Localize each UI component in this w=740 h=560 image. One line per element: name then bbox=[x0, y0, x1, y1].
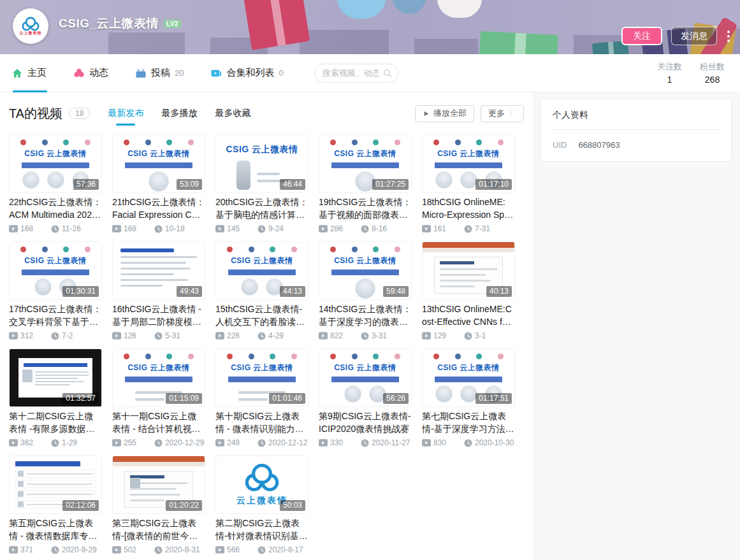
video-title[interactable]: 18thCSIG OnlineME: Micro-Expression Spot… bbox=[422, 196, 515, 221]
sort-tab-latest[interactable]: 最新发布 bbox=[108, 105, 143, 122]
video-thumbnail[interactable]: CSIG 云上微表情 46:44 bbox=[215, 134, 308, 193]
follow-button[interactable]: 关注 bbox=[621, 27, 662, 45]
video-thumbnail[interactable]: CSIG 云上微表情 53:09 bbox=[112, 134, 205, 193]
tab-feed-label: 动态 bbox=[89, 67, 108, 79]
video-thumbnail[interactable]: CSIG 云上微表情 56:26 bbox=[319, 348, 412, 407]
video-title[interactable]: 第十一期CSIG云上微表情 - 结合计算机视觉的微表情检测与 bbox=[112, 410, 205, 435]
video-thumbnail[interactable]: 40:13 bbox=[422, 241, 515, 300]
video-title[interactable]: 第9期CSIG云上微表情-ICIP2020微表情挑战赛 bbox=[319, 410, 412, 435]
video-card[interactable]: 01:20:22 第三期CSIG云上微表情-[微表情的前世今生——精细程度的 5… bbox=[112, 456, 205, 555]
video-date: 3-31 bbox=[372, 331, 387, 340]
video-title[interactable]: 17thCSIG云上微表情：交叉学科背景下基于人工智能的微 bbox=[9, 303, 102, 328]
play-count-icon bbox=[215, 332, 224, 340]
sort-tab-most-favorited[interactable]: 最多收藏 bbox=[215, 105, 250, 122]
video-thumbnail[interactable]: CSIG 云上微表情 57:36 bbox=[9, 134, 102, 193]
video-card[interactable]: 02:12:06 第五期CSIG云上微表情 - 微表情数据库专题讲座 371 2… bbox=[9, 456, 102, 555]
video-thumbnail[interactable]: CSIG 云上微表情 01:15:09 bbox=[112, 348, 205, 407]
play-all-button[interactable]: 播放全部 bbox=[415, 105, 474, 122]
videos-count-badge: 18 bbox=[69, 108, 90, 119]
video-title[interactable]: 15thCSIG云上微表情-人机交互下的看脸读心：从宏表情到 bbox=[215, 303, 308, 328]
video-thumbnail[interactable]: CSIG 云上微表情 44:13 bbox=[215, 241, 308, 300]
video-thumbnail[interactable]: CSIG 云上微表情 01:01:46 bbox=[215, 348, 308, 407]
followers-label: 粉丝数 bbox=[700, 61, 725, 73]
video-thumbnail[interactable]: CSIG 云上微表情 01:30:31 bbox=[9, 241, 102, 300]
more-menu-icon[interactable] bbox=[726, 28, 731, 45]
clock-icon bbox=[258, 225, 266, 233]
video-card[interactable]: 云上微表情 50:03 第二期CSIG云上微表情-针对微表情识别基于峰值帧网络的… bbox=[215, 456, 308, 555]
video-date: 2020-9-29 bbox=[62, 545, 97, 554]
video-title[interactable]: 14thCSIG云上微表情：基于深度学习的微表情自动识别 bbox=[319, 303, 412, 328]
video-card[interactable]: CSIG 云上微表情 57:36 22thCSIG云上微表情：ACM Multi… bbox=[9, 134, 102, 234]
video-thumbnail[interactable]: 云上微表情 50:03 bbox=[215, 456, 308, 514]
video-thumbnail[interactable]: 49:43 bbox=[112, 241, 205, 300]
tab-home[interactable]: 主页 bbox=[11, 54, 47, 92]
video-title[interactable]: 第十期CSIG云上微表情 - 微表情识别能力测验研究 bbox=[215, 410, 308, 435]
uploads-icon bbox=[135, 68, 147, 79]
tab-uploads[interactable]: 投稿 20 bbox=[135, 54, 184, 92]
video-date: 8-16 bbox=[372, 224, 387, 233]
video-card[interactable]: CSIG 云上微表情 56:26 第9期CSIG云上微表情-ICIP2020微表… bbox=[319, 348, 412, 448]
following-stat[interactable]: 关注数 1 bbox=[657, 61, 682, 85]
clock-icon bbox=[258, 332, 266, 340]
video-title[interactable]: 第五期CSIG云上微表情 - 微表情数据库专题讲座 bbox=[9, 517, 102, 542]
video-card[interactable]: CSIG 云上微表情 01:27:25 19thCSIG云上微表情：基于视频的面… bbox=[319, 134, 412, 234]
tab-home-label: 主页 bbox=[27, 67, 47, 79]
following-value: 1 bbox=[657, 75, 682, 85]
video-thumbnail[interactable]: CSIG 云上微表情 01:17:51 bbox=[422, 348, 515, 407]
plush-rabbit bbox=[437, 0, 482, 18]
video-title[interactable]: 22thCSIG云上微表情：ACM Multimedia 2021 – 微表情挑 bbox=[9, 196, 102, 221]
video-duration-badge: 50:03 bbox=[280, 500, 305, 511]
video-thumbnail[interactable]: CSIG 云上微表情 59:48 bbox=[319, 241, 412, 300]
video-thumbnail[interactable]: 01:32:57 bbox=[9, 348, 102, 407]
video-play-count: 330 bbox=[330, 438, 352, 447]
video-duration-badge: 56:26 bbox=[383, 393, 409, 404]
video-title[interactable]: 16thCSIG云上微表情 - 基于局部二阶梯度模式的微表情识 bbox=[112, 303, 205, 328]
video-card[interactable]: 49:43 16thCSIG云上微表情 - 基于局部二阶梯度模式的微表情识 12… bbox=[112, 241, 205, 341]
video-card[interactable]: CSIG 云上微表情 46:44 20thCSIG云上微表情：基于脑电的情感计算… bbox=[215, 134, 308, 234]
video-thumbnail[interactable]: 01:20:22 bbox=[112, 456, 205, 514]
video-play-count: 226 bbox=[227, 331, 249, 340]
video-date: 10-18 bbox=[165, 224, 185, 233]
video-play-count: 129 bbox=[433, 331, 455, 340]
video-title[interactable]: 20thCSIG云上微表情：基于脑电的情感计算研究 bbox=[215, 196, 308, 221]
video-title[interactable]: 第七期CSIG云上微表情-基于深度学习方法的微表情识别与 bbox=[422, 410, 515, 435]
send-message-button[interactable]: 发消息 bbox=[671, 27, 717, 45]
video-play-count: 566 bbox=[227, 545, 249, 554]
sort-tab-most-played[interactable]: 最多播放 bbox=[161, 105, 197, 122]
video-card[interactable]: CSIG 云上微表情 01:15:09 第十一期CSIG云上微表情 - 结合计算… bbox=[112, 348, 205, 448]
tab-feed[interactable]: 动态 bbox=[73, 54, 108, 92]
video-card[interactable]: 01:32:57 第十二期CSIG云上微表情 -有限多源数据下的微表情识别方 3… bbox=[9, 348, 102, 448]
video-meta: 145 9-24 bbox=[215, 224, 308, 234]
video-card[interactable]: CSIG 云上微表情 01:01:46 第十期CSIG云上微表情 - 微表情识别… bbox=[215, 348, 308, 448]
more-button[interactable]: 更多〉 bbox=[481, 105, 524, 122]
video-thumbnail[interactable]: CSIG 云上微表情 01:17:10 bbox=[422, 134, 515, 193]
video-card[interactable]: CSIG 云上微表情 01:17:51 第七期CSIG云上微表情-基于深度学习方… bbox=[422, 348, 515, 448]
user-avatar[interactable]: 云上微表情 bbox=[13, 8, 48, 44]
followers-stat[interactable]: 粉丝数 268 bbox=[700, 61, 725, 85]
video-meta: 168 11-26 bbox=[9, 224, 102, 234]
video-title[interactable]: 21thCSIG云上微表情：Facial Expression Coding: … bbox=[112, 196, 205, 221]
video-title[interactable]: 第十二期CSIG云上微表情 -有限多源数据下的微表情识别方 bbox=[9, 410, 102, 435]
search-icon[interactable] bbox=[382, 68, 393, 78]
video-title[interactable]: 第三期CSIG云上微表情-[微表情的前世今生——精细程度的 bbox=[112, 517, 205, 542]
video-meta: 129 3-1 bbox=[422, 331, 515, 341]
video-card[interactable]: CSIG 云上微表情 59:48 14thCSIG云上微表情：基于深度学习的微表… bbox=[319, 241, 412, 341]
video-title[interactable]: 第二期CSIG云上微表情-针对微表情识别基于峰值帧网络的 bbox=[215, 517, 308, 542]
video-card[interactable]: 40:13 13thCSIG OnlineME:Cost-Effective C… bbox=[422, 241, 515, 341]
tab-playlists[interactable]: 合集和列表 0 bbox=[210, 54, 283, 92]
video-card[interactable]: CSIG 云上微表情 01:17:10 18thCSIG OnlineME: M… bbox=[422, 134, 515, 234]
home-icon bbox=[11, 68, 23, 79]
video-card[interactable]: CSIG 云上微表情 44:13 15thCSIG云上微表情-人机交互下的看脸读… bbox=[215, 241, 308, 341]
video-date: 3-1 bbox=[475, 331, 486, 340]
video-card[interactable]: CSIG 云上微表情 53:09 21thCSIG云上微表情：Facial Ex… bbox=[112, 134, 205, 234]
video-card[interactable]: CSIG 云上微表情 01:30:31 17thCSIG云上微表情：交叉学科背景… bbox=[9, 241, 102, 341]
video-duration-badge: 01:32:57 bbox=[62, 393, 99, 404]
clock-icon bbox=[464, 439, 472, 447]
video-thumbnail[interactable]: CSIG 云上微表情 01:27:25 bbox=[319, 134, 412, 193]
video-title[interactable]: 13thCSIG OnlineME:Cost-Effective CNNs fo… bbox=[422, 303, 515, 328]
video-thumbnail[interactable]: 02:12:06 bbox=[9, 456, 102, 514]
profile-info-card: 个人资料 UID 668807963 bbox=[540, 99, 732, 162]
video-date: 9-24 bbox=[268, 224, 284, 233]
video-title[interactable]: 19thCSIG云上微表情：基于视频的面部微表情分析研究进 bbox=[319, 196, 412, 221]
followers-value: 268 bbox=[700, 75, 725, 85]
